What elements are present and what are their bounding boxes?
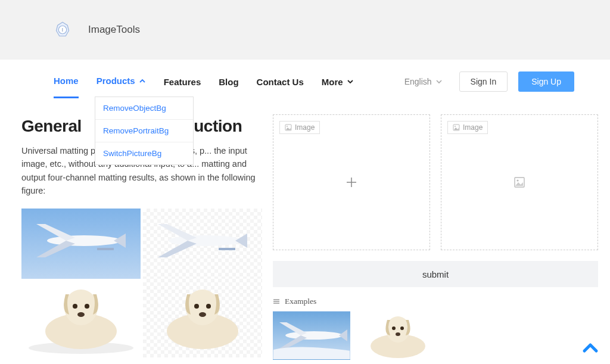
upload-badge: Image	[279, 121, 320, 134]
svg-point-11	[85, 304, 89, 309]
svg-point-15	[194, 304, 199, 309]
dropdown-item-switchpicturebg[interactable]: SwitchPictureBg	[95, 142, 193, 164]
nav-products[interactable]: Products	[97, 76, 146, 98]
nav-links: Home Products Features Blog Contact Us M…	[54, 76, 354, 98]
svg-point-21	[455, 126, 456, 127]
svg-point-24	[285, 331, 343, 340]
brand[interactable]: I ImageTools	[54, 21, 140, 39]
scroll-top-icon[interactable]	[581, 339, 599, 357]
image-icon	[285, 124, 292, 131]
auth-buttons: Sign In Sign Up	[459, 71, 574, 102]
example-thumb-dog[interactable]	[359, 311, 436, 360]
illus-quad-1	[21, 209, 141, 279]
nav-more[interactable]: More	[322, 77, 354, 98]
svg-rect-4	[97, 248, 114, 250]
svg-point-16	[206, 304, 211, 309]
airplane-icon	[152, 217, 253, 265]
plus-icon	[344, 175, 359, 189]
svg-point-17	[199, 312, 206, 317]
chevron-down-icon	[435, 78, 443, 85]
right-column: Image Image submit Examples	[273, 108, 598, 360]
upload-zone-1[interactable]: Image	[273, 114, 430, 250]
svg-rect-6	[219, 248, 235, 250]
svg-point-28	[400, 326, 404, 330]
signup-button[interactable]: Sign Up	[518, 71, 574, 92]
illus-quad-2	[143, 209, 262, 279]
illus-quad-3	[21, 279, 141, 357]
examples-row	[273, 311, 598, 360]
illustration-grid	[21, 209, 262, 357]
dog-icon	[359, 312, 436, 360]
example-thumb-airplane[interactable]	[273, 311, 350, 360]
image-icon	[453, 124, 460, 131]
brand-logo-icon: I	[54, 21, 71, 39]
chevron-up-icon	[139, 77, 146, 85]
svg-point-29	[396, 332, 400, 336]
svg-point-19	[287, 126, 288, 127]
svg-point-23	[516, 179, 518, 181]
dog-icon	[26, 284, 136, 355]
svg-text:I: I	[62, 27, 63, 33]
nav-row: Home Products Features Blog Contact Us M…	[0, 60, 610, 102]
svg-point-9	[64, 290, 98, 325]
chevron-down-icon	[347, 78, 354, 85]
airplane-icon	[273, 312, 350, 360]
top-bar: I ImageTools	[0, 0, 610, 60]
nav-features[interactable]: Features	[164, 77, 201, 98]
airplane-icon	[30, 217, 132, 265]
brand-name: ImageTools	[88, 24, 140, 36]
products-dropdown: RemoveObjectBg RemovePortraitBg SwitchPi…	[95, 97, 194, 165]
examples-header: Examples	[273, 297, 598, 306]
dropdown-item-removeportraitbg[interactable]: RemovePortraitBg	[95, 120, 193, 142]
content: General matting introduction Universal m…	[0, 102, 610, 360]
dropdown-item-removeobjectbg[interactable]: RemoveObjectBg	[95, 97, 193, 120]
illus-quad-4	[143, 279, 262, 357]
submit-button[interactable]: submit	[273, 261, 598, 287]
dog-icon	[148, 284, 257, 355]
upload-badge: Image	[447, 121, 488, 134]
svg-point-27	[392, 326, 396, 330]
image-placeholder-icon	[514, 177, 525, 188]
list-icon	[273, 298, 280, 305]
svg-point-3	[47, 235, 121, 246]
language-selector[interactable]: English	[404, 77, 443, 97]
upload-zones: Image Image	[273, 114, 598, 250]
svg-point-14	[186, 290, 219, 325]
nav-home[interactable]: Home	[54, 76, 79, 98]
nav-blog[interactable]: Blog	[219, 77, 238, 98]
svg-point-5	[169, 235, 242, 246]
upload-zone-2[interactable]: Image	[441, 114, 598, 250]
signin-button[interactable]: Sign In	[459, 71, 508, 92]
svg-point-12	[77, 312, 85, 317]
svg-point-10	[73, 304, 77, 309]
nav-contact[interactable]: Contact Us	[257, 77, 304, 98]
